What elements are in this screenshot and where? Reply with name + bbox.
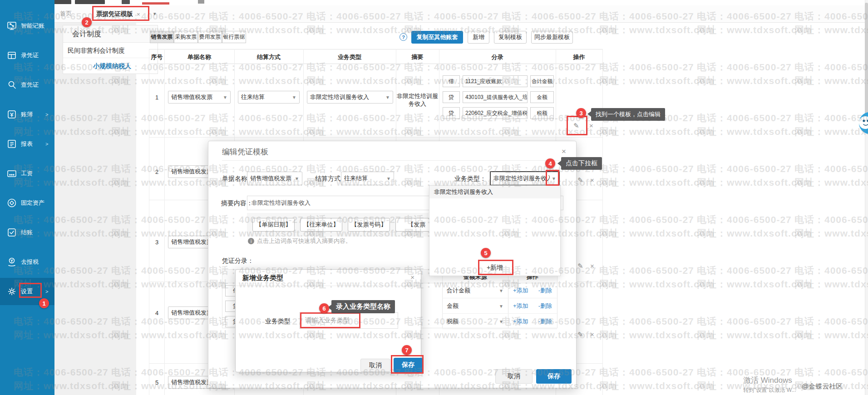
entry-amount-box[interactable]: 金额	[530, 91, 554, 103]
row-delete-icon[interactable]: ×	[590, 331, 594, 338]
row1-settle-value: 往来结算	[241, 93, 265, 101]
entry-account-box[interactable]: 220602_应交税金_增值税	[463, 107, 528, 119]
biz-type-label: 业务类型：	[454, 175, 486, 183]
edit-modal-cancel-button[interactable]: 取消	[495, 369, 533, 384]
report-icon	[6, 138, 17, 149]
sidebar-item-2[interactable]: 录凭证	[0, 42, 54, 69]
row-delete-icon[interactable]: ×	[590, 262, 594, 270]
edit-modal-title: 编辑凭证模板	[222, 147, 268, 157]
entry-delete-link[interactable]: -删除	[538, 302, 552, 310]
entry-delete-link[interactable]: -删除	[538, 317, 552, 326]
row-edit-icon[interactable]: ✎	[577, 331, 583, 339]
entry-row-source-select[interactable]: 金额▼	[442, 299, 508, 314]
invoice-tab-2[interactable]: 采购发票	[174, 31, 198, 43]
sidebar-item-5[interactable]: 报表>	[0, 130, 54, 158]
sidebar-item-label: 智能记账	[21, 22, 44, 30]
top-strip	[54, 0, 868, 5]
entry-add-link[interactable]: +添加	[513, 286, 528, 295]
new-modal-close-icon[interactable]: ×	[410, 274, 414, 281]
chevron-right-icon: >	[45, 289, 48, 294]
row1-biz-select[interactable]: 非限定性培训服务收入▼	[307, 91, 393, 104]
add-button[interactable]: 新增	[468, 31, 489, 44]
entry-row-actions: +添加-删除	[508, 283, 557, 298]
sidebar-item-label: 结账	[21, 228, 33, 237]
voucher-entries-label: 凭证分录：	[222, 257, 254, 265]
chevron-down-icon: ▼	[499, 288, 503, 293]
sidebar-item-label: 工资	[21, 169, 33, 178]
sidebar-item-6[interactable]: 工资	[0, 160, 54, 187]
row1-doc-select[interactable]: 销售增值税发票▼	[168, 91, 231, 104]
settle-value: 往来结算	[344, 174, 368, 183]
clipped-red-underline	[142, 2, 169, 5]
entry-row-source-select[interactable]: 税额▼	[442, 314, 508, 329]
row-edit-icon[interactable]: ✎	[577, 262, 583, 270]
chevron-right-icon: >	[45, 112, 48, 117]
doc-name-select[interactable]: 销售增值税发票▼	[247, 172, 302, 185]
entry-add-link[interactable]: +添加	[513, 302, 528, 310]
row-no: 5	[149, 379, 164, 386]
settle-select[interactable]: 往来结算▼	[341, 172, 394, 185]
keyword-button-2[interactable]: 【往来单位】	[300, 218, 342, 232]
sidebar-item-label: 去报税	[21, 258, 39, 266]
entry-delete-link[interactable]: -删除	[538, 286, 552, 295]
tab-list-caret-icon[interactable]: ▾	[153, 11, 156, 17]
invoice-tab-1[interactable]: 销售发票	[150, 31, 174, 43]
closing-icon	[6, 227, 17, 238]
new-modal-cancel-button[interactable]: 取消	[360, 359, 390, 372]
tax-icon	[6, 257, 17, 267]
invoice-tab-4[interactable]: 银行票据	[222, 31, 246, 43]
row-no: 2	[149, 168, 164, 175]
accounting-item-small-taxpayer[interactable]: 小规模纳税人	[63, 58, 158, 74]
entry-amount-box[interactable]: 合计金额	[530, 75, 554, 87]
chevron-down-icon: ▼	[499, 304, 503, 309]
ledger-icon	[6, 109, 17, 120]
new-modal-title: 新增业务类型	[242, 274, 283, 282]
sidebar-item-8[interactable]: 结账	[0, 219, 54, 246]
row-delete-icon[interactable]: ×	[590, 176, 594, 184]
keyword-button-3[interactable]: 【发票号码】	[348, 218, 390, 232]
tab-home[interactable]: 首页	[60, 10, 72, 18]
keyword-button-1[interactable]: 【单据日期】	[252, 218, 295, 232]
copy-template-button[interactable]: 复制模板	[494, 31, 527, 44]
annotation-box-edit-icon	[567, 116, 587, 135]
annotation-box-tab	[92, 6, 149, 21]
annotation-step-3: 3	[576, 108, 586, 118]
accounting-panel: 会计制度 民间非营利会计制度 小规模纳税人	[63, 25, 158, 74]
help-icon[interactable]: ?	[399, 33, 407, 41]
row1-doc-value: 销售增值税发票	[171, 93, 212, 101]
row1-settle-select[interactable]: 往来结算▼	[238, 91, 300, 104]
chevron-down-icon: ▼	[499, 319, 503, 324]
entry-amount-box[interactable]: 税额	[530, 107, 554, 119]
annotation-step-1: 1	[39, 298, 49, 308]
entry-account-box[interactable]: 430103_提供服务收入_培训...	[463, 91, 528, 103]
sidebar-item-4[interactable]: 账簿>	[0, 101, 54, 128]
activate-windows-subtext: 转到"设置"以激活 W...	[743, 386, 796, 394]
copy-to-other-button[interactable]: 复制至其他账套	[411, 31, 463, 44]
salary-icon	[6, 168, 17, 179]
tooltip-enter-biz-name: 录入业务类型名称	[331, 300, 395, 313]
summary-note: i 点击上边词条可快速填入摘要内容。	[248, 237, 351, 245]
col-header-doc: 单据名称	[164, 53, 234, 61]
sidebar-item-1[interactable]: 智能记账	[0, 12, 54, 40]
entry-row-actions: +添加-删除	[508, 314, 557, 329]
sidebar-item-3[interactable]: 查凭证	[0, 71, 54, 99]
accounting-item-npo[interactable]: 民间非营利会计制度	[63, 43, 158, 58]
sync-latest-button[interactable]: 同步最新模板	[531, 31, 573, 44]
edit-modal-save-button[interactable]: 保存	[536, 369, 572, 384]
sidebar-item-7[interactable]: 固定资产	[0, 189, 54, 217]
entry-account-box[interactable]: 1121_应收账款	[463, 75, 528, 87]
biz-dropdown-item[interactable]: 非限定性培训服务收入	[429, 186, 560, 198]
left-gray-band	[54, 23, 136, 395]
sidebar-item-9[interactable]: 去报税	[0, 248, 54, 276]
row1-delete-icon[interactable]: ×	[589, 122, 593, 129]
invoice-tab-3[interactable]: 费用发票	[198, 31, 222, 43]
tooltip-edit-template: 找到一个模板，点击编辑	[591, 108, 665, 121]
edit-modal-close-icon[interactable]: ×	[562, 148, 566, 155]
entry-add-link[interactable]: +添加	[513, 317, 528, 326]
mascot-icon[interactable]	[855, 111, 868, 136]
entry-row-actions: +添加-删除	[508, 299, 557, 314]
row-edit-icon[interactable]: ✎	[577, 176, 583, 184]
clipped-title-fragment	[198, 0, 204, 4]
tooltip-click-dropdown: 点击下拉框	[561, 157, 602, 170]
entry-row-source-select[interactable]: 合计金额▼	[442, 283, 508, 298]
